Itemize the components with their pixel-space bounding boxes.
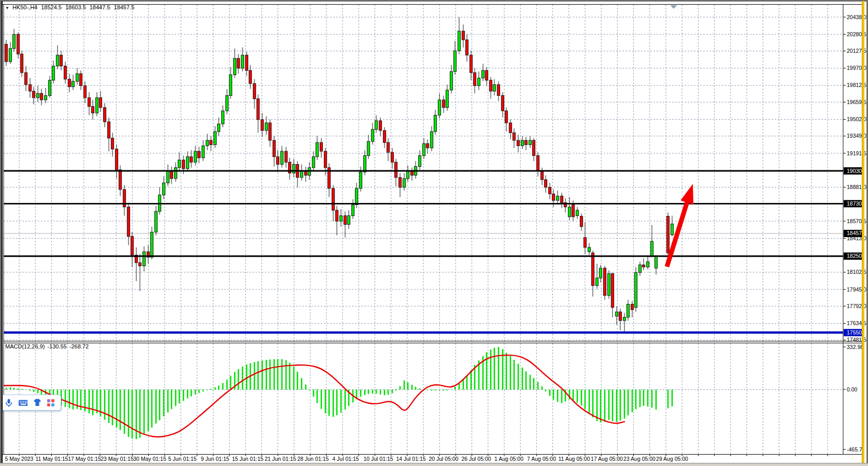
- time-tick-label: 21 Jun 01:15: [265, 456, 296, 462]
- time-tick-label: 28 Jun 01:15: [297, 456, 329, 462]
- candle-bear: [276, 157, 279, 165]
- candle-bear: [253, 83, 255, 99]
- time-tick-label: 29 Aug 05:00: [656, 456, 688, 462]
- macd-main-value: -130.55: [47, 343, 66, 350]
- candle-bear: [666, 216, 669, 253]
- candle-bull: [418, 156, 421, 167]
- candle-bull: [166, 171, 169, 183]
- window-bottom-strip: [0, 463, 868, 466]
- ime-toolbar[interactable]: [0, 395, 61, 411]
- candle-bull: [650, 241, 653, 256]
- time-tick-label: 10 Jul 01:15: [363, 456, 393, 462]
- candle-bull: [154, 211, 157, 232]
- time-tick-label: 9 Jun 01:15: [201, 456, 230, 462]
- candle-bear: [119, 170, 121, 190]
- candle-bear: [68, 79, 70, 87]
- candle-bear: [245, 55, 248, 70]
- open-value: 18524.5: [41, 4, 62, 10]
- candle-bear: [532, 140, 535, 156]
- candle-bull: [481, 70, 484, 78]
- ime-skin-icon[interactable]: [32, 398, 41, 407]
- candle-bull: [52, 66, 54, 80]
- candle-bull: [406, 171, 409, 179]
- candle-bear: [29, 84, 31, 91]
- candle-bear: [642, 265, 645, 267]
- candle-bull: [568, 207, 571, 217]
- candle-bull: [162, 183, 165, 195]
- candle-bear: [591, 253, 594, 285]
- time-tick-label: 5 Jun 01:15: [168, 456, 197, 462]
- candle-bull: [292, 164, 295, 173]
- macd-tick-label: 0.00: [847, 386, 858, 392]
- candle-bear: [138, 263, 141, 266]
- candle-bear: [560, 196, 563, 203]
- macd-name: MACD(12,26,9): [5, 343, 45, 350]
- candle-bear: [540, 171, 543, 180]
- time-tick-label: 11 May 01:15: [36, 456, 68, 462]
- candles: [5, 17, 673, 332]
- symbol-name: HK50-,H4: [12, 4, 37, 10]
- candle-bear: [24, 72, 27, 84]
- candle-bear: [485, 70, 488, 80]
- symbol-ohlc-label: ▼HK50-,H418524.518603.518447.518457.5: [5, 4, 134, 10]
- candle-bear: [261, 120, 263, 130]
- candle-bear: [489, 80, 492, 91]
- candle-bear: [335, 210, 338, 221]
- ime-keyboard-icon[interactable]: [18, 398, 27, 407]
- ime-grid-icon[interactable]: [46, 398, 55, 407]
- candle-bull: [450, 71, 452, 90]
- candle-bull: [595, 278, 598, 286]
- candle-bull: [44, 95, 47, 99]
- candle-bear: [548, 187, 551, 194]
- candle-bull: [265, 123, 267, 130]
- candle-bear: [209, 140, 212, 144]
- candle-bull: [316, 142, 318, 156]
- time-axis[interactable]: 5 May 202311 May 01:1517 May 01:1523 May…: [5, 454, 828, 462]
- candle-bear: [580, 216, 582, 227]
- ime-microphone-icon[interactable]: [4, 398, 13, 407]
- candle-bull: [363, 156, 366, 172]
- candle-bear: [513, 133, 515, 140]
- candle-bull: [300, 171, 303, 178]
- candle-bear: [273, 140, 275, 157]
- macd-indicator-label: MACD(12,26,9)-130.55-268.72: [5, 343, 91, 350]
- candle-bear: [88, 98, 90, 107]
- candle-bull: [623, 317, 625, 321]
- candle-bull: [351, 205, 354, 215]
- candle-bull: [56, 55, 59, 66]
- candle-bear: [552, 194, 554, 200]
- candle-bull: [576, 210, 578, 216]
- candle-bull: [206, 140, 208, 146]
- candle-bull: [375, 121, 377, 129]
- candle-bull: [453, 51, 456, 71]
- candle-bear: [83, 86, 86, 98]
- candle-bear: [332, 188, 334, 210]
- candle-bear: [40, 93, 42, 100]
- candle-bear: [127, 207, 130, 237]
- candle-bull: [367, 141, 369, 155]
- candle-bull: [12, 34, 15, 48]
- chevron-down-icon[interactable]: ▼: [5, 6, 9, 10]
- candle-bear: [505, 111, 507, 123]
- candle-bear: [91, 107, 94, 113]
- chart-shift-marker-icon[interactable]: [671, 5, 677, 9]
- candle-bull: [347, 216, 350, 225]
- candle-bear: [536, 156, 539, 171]
- candle-bear: [268, 123, 271, 140]
- candle-bear: [497, 84, 500, 95]
- candle-bear: [170, 171, 173, 179]
- time-tick-label: 14 Jul 01:15: [396, 456, 425, 462]
- chart-canvas[interactable]: 20438.020280.520127.519970.019812.519659…: [0, 0, 868, 466]
- high-value: 18603.5: [65, 4, 86, 10]
- candle-bear: [619, 312, 621, 321]
- candle-bear: [197, 151, 200, 158]
- candle-bull: [371, 129, 374, 141]
- candle-bear: [387, 142, 389, 152]
- candle-bear: [131, 237, 133, 255]
- candle-bull: [202, 146, 204, 158]
- candle-bull: [150, 232, 153, 257]
- time-tick-label: 17 Aug 05:00: [591, 456, 623, 462]
- candle-bull: [446, 90, 448, 108]
- pane-borders: [1, 5, 862, 455]
- candle-bear: [465, 40, 468, 55]
